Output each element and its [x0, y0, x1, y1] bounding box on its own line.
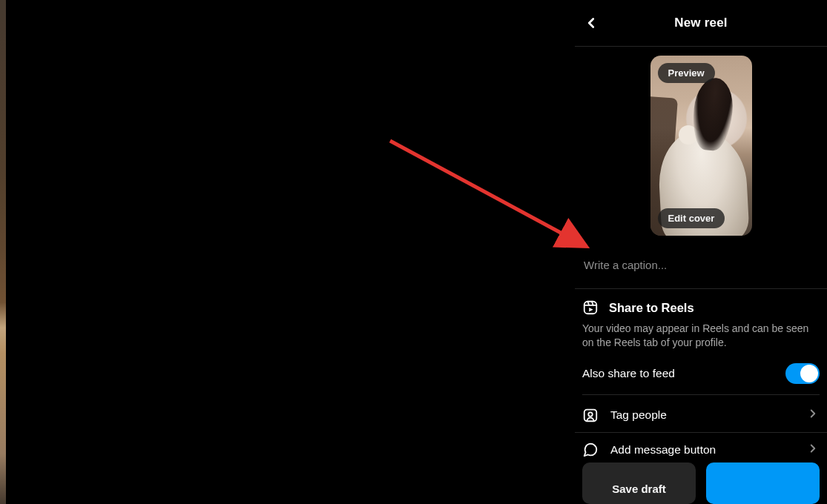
- share-to-reels-section: Share to Reels Your video may appear in …: [575, 289, 827, 398]
- also-share-to-feed-toggle[interactable]: [785, 363, 820, 384]
- also-share-to-feed-row: Also share to feed: [582, 360, 820, 395]
- caption-section: [575, 245, 827, 289]
- tag-people-row[interactable]: Tag people: [575, 398, 827, 433]
- svg-rect-0: [584, 302, 597, 314]
- cover-preview-container: Preview Edit cover: [575, 47, 827, 245]
- reels-icon: [582, 299, 599, 316]
- back-button[interactable]: [581, 13, 602, 33]
- tag-people-icon: [582, 407, 599, 423]
- svg-point-6: [588, 412, 593, 417]
- chevron-right-icon: [806, 407, 820, 423]
- video-preview-area: [0, 0, 575, 504]
- reel-cover-thumbnail[interactable]: Preview Edit cover: [650, 56, 752, 236]
- tag-people-label: Tag people: [610, 408, 794, 422]
- caption-input[interactable]: [582, 258, 823, 272]
- share-to-reels-title: Share to Reels: [609, 301, 694, 315]
- chevron-right-icon: [806, 442, 820, 458]
- svg-rect-5: [584, 409, 597, 421]
- page-title: New reel: [674, 16, 728, 30]
- chevron-left-icon: [583, 15, 599, 31]
- svg-marker-4: [589, 308, 593, 312]
- add-message-button-label: Add message button: [610, 443, 794, 457]
- share-to-reels-description: Your video may appear in Reels and can b…: [582, 322, 820, 350]
- bottom-action-bar: Save draft: [575, 457, 827, 504]
- also-share-to-feed-label: Also share to feed: [582, 367, 675, 380]
- preview-button[interactable]: Preview: [658, 63, 715, 83]
- new-reel-panel: New reel Preview Edit cover: [575, 0, 827, 504]
- panel-header: New reel: [575, 0, 827, 47]
- edit-cover-button[interactable]: Edit cover: [658, 208, 725, 228]
- message-icon: [582, 442, 599, 458]
- save-draft-button[interactable]: Save draft: [582, 462, 696, 504]
- share-button[interactable]: [706, 462, 820, 504]
